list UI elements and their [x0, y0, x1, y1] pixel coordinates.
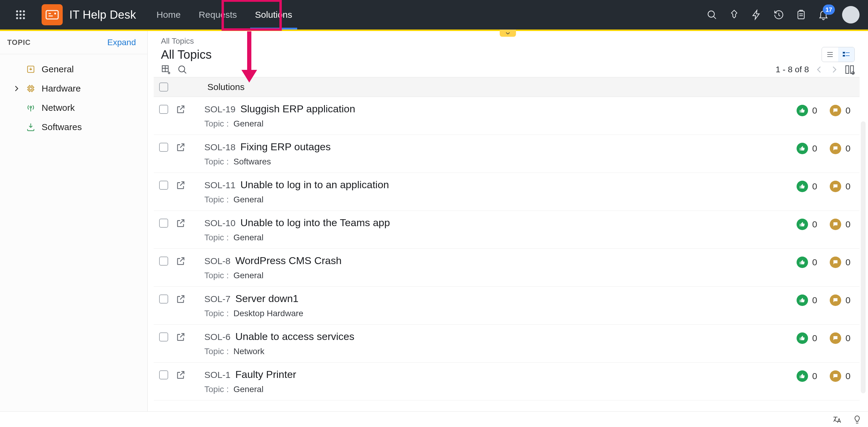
row-checkbox[interactable]	[159, 257, 168, 266]
solution-id: SOL-1	[204, 370, 230, 380]
solution-title[interactable]: Server down1	[236, 293, 299, 304]
svg-rect-21	[846, 66, 849, 73]
likes-stat[interactable]: 0	[797, 370, 817, 382]
solution-title[interactable]: Unable to log in to an application	[240, 179, 389, 191]
likes-stat[interactable]: 0	[797, 143, 817, 154]
language-icon[interactable]	[831, 414, 843, 426]
search-icon[interactable]	[706, 9, 718, 21]
likes-stat[interactable]: 0	[797, 295, 817, 306]
solution-id: SOL-19	[204, 104, 236, 114]
comments-stat[interactable]: 0	[830, 257, 850, 268]
notifications-icon[interactable]: 17	[817, 9, 830, 21]
row-checkbox[interactable]	[159, 295, 168, 303]
sidebar-item-hardware[interactable]: Hardware	[10, 79, 144, 98]
table-row[interactable]: SOL-8WordPress CMS CrashTopic : General0…	[154, 249, 860, 287]
comments-stat[interactable]: 0	[830, 105, 850, 116]
page-next-button[interactable]	[830, 65, 839, 74]
sidebar-item-general[interactable]: General	[10, 60, 144, 79]
solution-title[interactable]: Unable to access services	[236, 331, 354, 342]
likes-count: 0	[812, 371, 817, 381]
nav-home[interactable]: Home	[147, 0, 190, 30]
table-row[interactable]: SOL-6Unable to access servicesTopic : Ne…	[154, 325, 860, 363]
comments-count: 0	[845, 371, 850, 381]
svg-rect-17	[843, 52, 845, 53]
row-checkbox[interactable]	[159, 370, 168, 380]
nav-requests[interactable]: Requests	[190, 0, 246, 30]
nav-solutions[interactable]: Solutions	[246, 0, 301, 30]
solution-title[interactable]: Faulty Printer	[236, 369, 296, 380]
breadcrumb[interactable]: All Topics	[161, 36, 855, 46]
svg-rect-12	[798, 11, 804, 19]
app-logo	[41, 4, 63, 25]
table-row[interactable]: SOL-18Fixing ERP outagesTopic : Software…	[154, 135, 860, 173]
row-checkbox[interactable]	[159, 181, 168, 190]
filter-search-icon[interactable]	[177, 64, 187, 75]
open-external-icon[interactable]	[176, 294, 186, 304]
avatar[interactable]	[842, 6, 860, 24]
open-external-icon[interactable]	[176, 256, 186, 266]
topic-sidebar: TOPIC Expand GeneralHardwareNetworkSoftw…	[0, 31, 148, 412]
lightning-icon[interactable]	[750, 9, 763, 21]
comments-stat[interactable]: 0	[830, 143, 850, 154]
columns-settings-icon[interactable]	[844, 64, 855, 75]
likes-stat[interactable]: 0	[797, 332, 817, 344]
clipboard-icon[interactable]	[795, 9, 807, 21]
select-all-checkbox[interactable]	[159, 83, 168, 92]
sidebar-item-label: General	[41, 64, 74, 74]
open-external-icon[interactable]	[176, 142, 186, 152]
likes-stat[interactable]: 0	[797, 257, 817, 268]
pin-icon[interactable]	[728, 9, 740, 21]
row-checkbox[interactable]	[159, 105, 168, 114]
row-checkbox[interactable]	[159, 143, 168, 152]
open-external-icon[interactable]	[176, 370, 186, 380]
row-checkbox[interactable]	[159, 219, 168, 228]
comment-icon	[830, 332, 841, 344]
solution-title[interactable]: WordPress CMS Crash	[236, 255, 342, 266]
ribbon-toggle[interactable]	[500, 30, 516, 37]
table-plus-icon[interactable]	[161, 64, 171, 75]
page-prev-button[interactable]	[814, 65, 824, 74]
svg-point-7	[20, 17, 22, 19]
comments-stat[interactable]: 0	[830, 370, 850, 382]
table-row[interactable]: SOL-7Server down1Topic : Desktop Hardwar…	[154, 287, 860, 325]
solution-id: SOL-8	[204, 256, 230, 266]
solution-title[interactable]: Unable to log into the Teams app	[240, 217, 390, 229]
solution-title[interactable]: Fixing ERP outages	[240, 141, 331, 153]
comment-icon	[830, 181, 841, 192]
scrollbar[interactable]	[861, 121, 866, 393]
topic-label: Topic :	[204, 385, 229, 394]
open-external-icon[interactable]	[176, 218, 186, 228]
svg-point-8	[23, 17, 25, 19]
comments-stat[interactable]: 0	[830, 219, 850, 230]
topic-value: Desktop Hardware	[234, 309, 304, 318]
open-external-icon[interactable]	[176, 332, 186, 342]
svg-point-16	[30, 106, 31, 108]
comments-count: 0	[845, 333, 850, 343]
bulb-icon[interactable]	[851, 414, 863, 426]
detail-view-button[interactable]	[838, 47, 855, 62]
table-row[interactable]: SOL-11Unable to log in to an application…	[154, 173, 860, 211]
comments-stat[interactable]: 0	[830, 332, 850, 344]
table-row[interactable]: SOL-1Faulty PrinterTopic : General00	[154, 363, 860, 400]
list-view-button[interactable]	[822, 47, 838, 62]
likes-stat[interactable]: 0	[797, 105, 817, 116]
sidebar-item-softwares[interactable]: Softwares	[10, 118, 144, 137]
row-checkbox[interactable]	[159, 332, 168, 341]
topic-value: General	[234, 233, 264, 242]
column-solutions[interactable]: Solutions	[207, 82, 244, 92]
topic-label: Topic :	[204, 119, 229, 128]
sidebar-item-network[interactable]: Network	[10, 98, 144, 118]
expand-link[interactable]: Expand	[107, 38, 136, 47]
solution-title[interactable]: Sluggish ERP application	[240, 103, 355, 115]
likes-stat[interactable]: 0	[797, 181, 817, 192]
table-row[interactable]: SOL-19Sluggish ERP applicationTopic : Ge…	[154, 97, 860, 135]
history-icon[interactable]	[773, 9, 785, 21]
open-external-icon[interactable]	[176, 180, 186, 190]
table-row[interactable]: SOL-10Unable to log into the Teams appTo…	[154, 211, 860, 249]
comments-stat[interactable]: 0	[830, 181, 850, 192]
page-title: All Topics	[161, 48, 212, 61]
likes-stat[interactable]: 0	[797, 219, 817, 230]
apps-launcher-icon[interactable]	[12, 6, 29, 23]
comments-stat[interactable]: 0	[830, 295, 850, 306]
open-external-icon[interactable]	[176, 104, 186, 114]
